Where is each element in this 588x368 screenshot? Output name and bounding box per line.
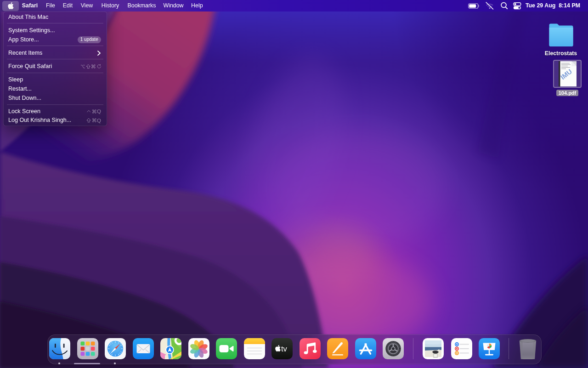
svg-text:tv: tv [281,345,288,353]
